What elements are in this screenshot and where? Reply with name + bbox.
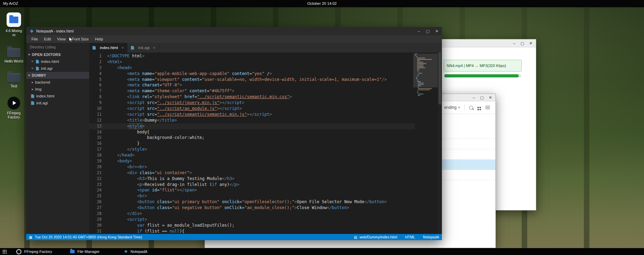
code-line[interactable]: 13 <style> — [89, 123, 415, 129]
code-line[interactable]: 30 var flist = ao_module_loadInputFiles(… — [89, 223, 415, 228]
tree-item-init-agi[interactable]: ✕init.agi — [26, 65, 89, 72]
code-line[interactable]: 27 <button class="ui negative button" on… — [89, 205, 415, 211]
code-line[interactable]: 20 <br><br> — [89, 164, 415, 170]
tree-item-img[interactable]: ▸img — [26, 86, 89, 93]
minimap-line — [418, 95, 420, 96]
sort-dropdown[interactable]: ending ▾ — [444, 105, 460, 110]
file-icon — [36, 67, 39, 70]
code-line[interactable]: 15 background-color:white; — [89, 135, 415, 141]
statusbar-language[interactable]: HTML — [405, 235, 415, 239]
minimap-line — [417, 91, 418, 92]
file-icon — [31, 101, 34, 105]
desktop-icon-4-6-mixing-m[interactable]: 4.6 Mixing m — [3, 12, 25, 37]
code-line[interactable]: 17 </style> — [89, 147, 415, 152]
file-icon — [93, 46, 96, 50]
file-icon: ▤ — [354, 235, 357, 239]
line-number: 30 — [89, 223, 107, 228]
menu-view[interactable]: View — [54, 35, 69, 43]
notepad-titlebar[interactable]: ❖ NotepadA - index.html – ▢ ✕ — [26, 27, 442, 35]
desktop-icon-hello-world[interactable]: Hello World — [3, 45, 25, 63]
code-line[interactable]: 16 } — [89, 141, 415, 147]
statusbar-filepath[interactable]: web/Dummy/index.html — [360, 235, 397, 239]
code-line[interactable]: 5 <meta name="viewport" content="user-sc… — [89, 77, 415, 83]
code-editor[interactable]: 1<!DOCTYPE html>2<html>3 <head>4 <meta n… — [89, 53, 442, 234]
tab-index-html[interactable]: index.html× — [89, 43, 127, 53]
desktop-icon-test[interactable]: Test — [3, 70, 25, 88]
code-line[interactable]: 11 <script src="../script/semantic/seman… — [89, 112, 415, 117]
code-line[interactable]: 22 <h3>This is a Dummy Testing Module</h… — [89, 176, 415, 182]
line-number: 29 — [89, 217, 107, 223]
minimap-line — [418, 94, 423, 94]
tree-item-index-html[interactable]: ✕index.html — [26, 58, 89, 65]
code-line[interactable]: 14 body{ — [89, 129, 415, 135]
tab-init-agi[interactable]: init.agi× — [127, 43, 159, 53]
tree-item-label: index.html — [41, 59, 59, 64]
code-line[interactable]: 24 <span id="flist"></span> — [89, 187, 415, 193]
line-number: 23 — [89, 182, 107, 188]
tree-item-label: img — [35, 87, 42, 91]
minimize-icon[interactable]: – — [418, 29, 420, 33]
toolbar-divider — [464, 104, 465, 111]
minimap[interactable] — [413, 54, 438, 234]
code-line[interactable]: 25 <br> — [89, 193, 415, 199]
minimize-icon[interactable]: – — [473, 96, 475, 100]
maximize-icon[interactable]: ▢ — [480, 96, 483, 100]
minimap-slider[interactable] — [413, 54, 438, 87]
taskbar-item-notepada[interactable]: ❖NotepadA — [124, 249, 168, 254]
grid-view-icon[interactable] — [477, 107, 479, 108]
code-line[interactable]: 9 <script src="../script/jquery.min.js">… — [89, 100, 415, 106]
code-line[interactable]: 1<!DOCTYPE html> — [89, 53, 415, 59]
list-view-icon[interactable] — [485, 106, 490, 106]
sidebar-section-dummy[interactable]: ▾DUMMY — [26, 72, 89, 79]
close-icon[interactable]: ✕ — [31, 60, 34, 63]
code-line[interactable]: 19 <body> — [89, 158, 415, 164]
code-line[interactable]: 21 <div class="ui container"> — [89, 170, 415, 176]
code-line[interactable]: 8 <link rel="stylesheet" href="../script… — [89, 94, 415, 100]
code-line[interactable]: 28 </div> — [89, 211, 415, 217]
search-icon[interactable] — [469, 106, 473, 110]
code-line[interactable]: 2<html> — [89, 59, 415, 65]
desktop-icon-ffmpeg-factory[interactable]: FFmpeg Factory — [3, 97, 25, 119]
code-line[interactable]: 7 <meta name="theme-color" content="#4b7… — [89, 88, 415, 94]
close-icon[interactable]: × — [121, 46, 123, 50]
code-line[interactable]: 23 <p>Received drag-in filelist (if any)… — [89, 182, 415, 188]
close-icon[interactable]: ✕ — [529, 41, 532, 45]
code-line[interactable]: 6 <meta charset="UTF-8"> — [89, 82, 415, 88]
code-line[interactable]: 31 if (flist == null){ — [89, 228, 415, 234]
code-area[interactable]: 1<!DOCTYPE html>2<html>3 <head>4 <meta n… — [89, 53, 415, 234]
scrollbar-thumb[interactable] — [438, 53, 441, 104]
close-icon[interactable]: ✕ — [489, 96, 492, 100]
close-icon[interactable]: ✕ — [31, 67, 34, 70]
maximize-icon[interactable]: ▢ — [426, 29, 429, 33]
code-line[interactable]: 12 <title>Dummy</title> — [89, 117, 415, 123]
line-number: 14 — [89, 129, 107, 135]
code-line[interactable]: 18 </head> — [89, 152, 415, 158]
tree-item-init-agi[interactable]: init.agi — [26, 100, 89, 106]
code-line[interactable]: 26 <button class="ui primary button" onc… — [89, 199, 415, 205]
code-line[interactable]: 3 <head> — [89, 65, 415, 71]
taskbar-item-file-manager[interactable]: File Manager — [70, 249, 114, 254]
tree-item-backend[interactable]: ▸backend — [26, 79, 89, 86]
file-thumbnail-icon — [7, 12, 21, 27]
close-icon[interactable]: ✕ — [435, 29, 438, 33]
tree-item-index-html[interactable]: index.html — [26, 93, 89, 100]
start-button[interactable] — [2, 249, 7, 254]
menu-font-size[interactable]: Font Size — [69, 35, 92, 43]
taskbar-item-ffmpeg-factory[interactable]: FFmpeg Factory — [16, 249, 60, 254]
scrollbar[interactable] — [438, 53, 442, 234]
minimize-icon[interactable]: – — [513, 41, 515, 45]
line-number: 10 — [89, 106, 107, 112]
code-line[interactable]: 29 <script> — [89, 217, 415, 223]
menu-edit[interactable]: Edit — [41, 35, 54, 43]
menu-file[interactable]: File — [28, 35, 41, 43]
minimap-line — [417, 92, 418, 93]
sidebar-section-open-editors[interactable]: ▾OPEN EDITORS — [26, 51, 89, 58]
clock: October 20 14:02 — [0, 0, 644, 7]
code-line[interactable]: 10 <script src="../script/ao_module.js">… — [89, 106, 415, 112]
line-number: 19 — [89, 158, 107, 164]
maximize-icon[interactable]: ▢ — [520, 41, 524, 45]
menu-help[interactable]: Help — [92, 35, 106, 43]
close-icon[interactable]: × — [153, 46, 155, 50]
code-line[interactable]: 4 <meta name="apple-mobile-web-app-capab… — [89, 71, 415, 77]
chevron-down-icon: ▾ — [28, 53, 30, 56]
